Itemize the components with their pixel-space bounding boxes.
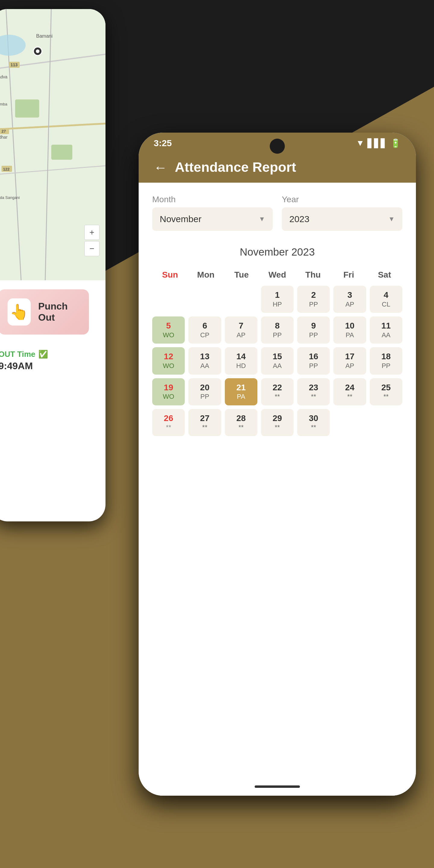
- cal-date: 20: [200, 382, 210, 393]
- cal-date: 13: [200, 351, 210, 362]
- calendar-cell[interactable]: 8PP: [261, 316, 293, 344]
- calendar-row-4: 26**27**28**29**30**: [152, 409, 402, 436]
- calendar-cell[interactable]: 26**: [152, 409, 185, 436]
- cal-date: 14: [236, 351, 246, 362]
- calendar-cell[interactable]: 18PP: [370, 347, 402, 374]
- cal-date: 5: [166, 321, 171, 331]
- cal-code: **: [239, 423, 244, 432]
- page-title: Attendance Report: [175, 159, 296, 175]
- cal-code: WO: [163, 393, 174, 401]
- calendar-cell: [225, 286, 257, 313]
- out-time-section: OUT Time ✅ 9:49AM: [0, 344, 105, 378]
- cal-date: 12: [164, 351, 173, 362]
- cal-code: **: [166, 423, 171, 432]
- year-dropdown[interactable]: 2023 ▼: [282, 207, 402, 231]
- status-icons: ▼ ▋▋▋ 🔋: [356, 138, 401, 148]
- cal-date: 6: [203, 321, 207, 331]
- cal-code: WO: [163, 362, 174, 370]
- calendar-header-row: Sun Mon Tue Wed Thu Fri Sat: [152, 267, 402, 283]
- svg-text:Sardhar: Sardhar: [0, 135, 7, 140]
- year-label: Year: [282, 195, 402, 204]
- day-header-wed: Wed: [259, 267, 296, 283]
- out-time-value: 9:49AM: [0, 361, 98, 372]
- app-content: Month November ▼ Year 2023 ▼ November 20…: [138, 183, 416, 778]
- calendar-cell[interactable]: 17AP: [333, 347, 366, 374]
- month-dropdown[interactable]: November ▼: [152, 207, 273, 231]
- map-zoom-in[interactable]: +: [84, 225, 99, 240]
- cal-code: **: [275, 423, 280, 432]
- cal-date: 28: [236, 413, 246, 424]
- calendar-cell[interactable]: 19WO: [152, 378, 185, 405]
- calendar-cell[interactable]: 22**: [261, 378, 293, 405]
- svg-point-15: [36, 50, 39, 53]
- calendar-cell[interactable]: 1HP: [261, 286, 293, 313]
- wifi-icon: ▼: [356, 138, 364, 148]
- calendar-cell[interactable]: 30**: [297, 409, 330, 436]
- calendar-cell[interactable]: 28**: [225, 409, 257, 436]
- cal-code: AA: [381, 331, 390, 340]
- svg-text:27: 27: [1, 129, 6, 133]
- calendar-cell[interactable]: 20PP: [188, 378, 221, 405]
- calendar-cell[interactable]: 3AP: [333, 286, 366, 313]
- calendar-cell[interactable]: 12WO: [152, 347, 185, 374]
- cal-code: AP: [345, 362, 354, 370]
- svg-text:113: 113: [10, 62, 18, 67]
- map-zoom-out[interactable]: −: [84, 241, 99, 256]
- day-header-mon: Mon: [188, 267, 224, 283]
- cal-date: 8: [275, 321, 280, 331]
- calendar-cell[interactable]: 11AA: [370, 316, 402, 344]
- cal-code: CP: [200, 331, 210, 340]
- day-header-thu: Thu: [295, 267, 331, 283]
- map-area: Bamani Kuvadva Tramba Sardhar Kotda Sang…: [0, 9, 105, 280]
- status-bar: 3:25 ▼ ▋▋▋ 🔋: [138, 133, 416, 152]
- cal-date: 17: [345, 351, 354, 362]
- calendar-cell[interactable]: 13AA: [188, 347, 221, 374]
- svg-rect-7: [15, 99, 39, 118]
- calendar-cell[interactable]: 5WO: [152, 316, 185, 344]
- cal-date: 15: [273, 351, 282, 362]
- battery-icon: 🔋: [390, 138, 401, 148]
- cal-date: 19: [164, 382, 173, 393]
- punch-card[interactable]: 👆 Punch Out: [0, 289, 89, 335]
- calendar-cell[interactable]: 2PP: [297, 286, 330, 313]
- calendar-cell[interactable]: 4CL: [370, 286, 402, 313]
- camera-notch: [270, 138, 285, 154]
- cal-date: 3: [347, 290, 352, 300]
- cal-code: **: [202, 423, 207, 432]
- cal-code: PP: [309, 362, 318, 370]
- calendar-cell[interactable]: 7AP: [225, 316, 257, 344]
- calendar-cell: [188, 286, 221, 313]
- cal-code: HP: [273, 300, 282, 309]
- punch-section: 👆 Punch Out: [0, 280, 105, 344]
- calendar-cell[interactable]: 6CP: [188, 316, 221, 344]
- cal-date: 24: [345, 382, 354, 393]
- calendar-cell: [333, 409, 366, 436]
- calendar-cell[interactable]: 10PA: [333, 316, 366, 344]
- cal-code: **: [275, 393, 280, 401]
- calendar-cell[interactable]: 14HD: [225, 347, 257, 374]
- cal-date: 27: [200, 413, 210, 424]
- cal-code: **: [311, 423, 316, 432]
- cal-date: 22: [273, 382, 282, 393]
- app-header: ← Attendance Report: [138, 152, 416, 183]
- calendar-cell[interactable]: 15AA: [261, 347, 293, 374]
- calendar-cell[interactable]: 16PP: [297, 347, 330, 374]
- calendar-cell[interactable]: 24**: [333, 378, 366, 405]
- calendar-cell[interactable]: 29**: [261, 409, 293, 436]
- calendar-title: November 2023: [152, 246, 402, 258]
- year-dropdown-group: Year 2023 ▼: [282, 195, 402, 231]
- calendar-cell[interactable]: 9PP: [297, 316, 330, 344]
- year-arrow-icon: ▼: [388, 215, 395, 223]
- cal-date: 16: [309, 351, 318, 362]
- cal-code: CL: [382, 300, 390, 309]
- calendar-cell[interactable]: 27**: [188, 409, 221, 436]
- calendar-cell[interactable]: 25**: [370, 378, 402, 405]
- punch-label: Punch Out: [38, 301, 80, 323]
- calendar-cell: [370, 409, 402, 436]
- cal-code: PP: [200, 393, 209, 401]
- calendar-cell[interactable]: 23**: [297, 378, 330, 405]
- cal-code: PA: [237, 393, 245, 401]
- svg-text:Kotda Sangani: Kotda Sangani: [0, 195, 20, 200]
- calendar-cell[interactable]: 21PA: [225, 378, 257, 405]
- back-button[interactable]: ←: [154, 161, 167, 174]
